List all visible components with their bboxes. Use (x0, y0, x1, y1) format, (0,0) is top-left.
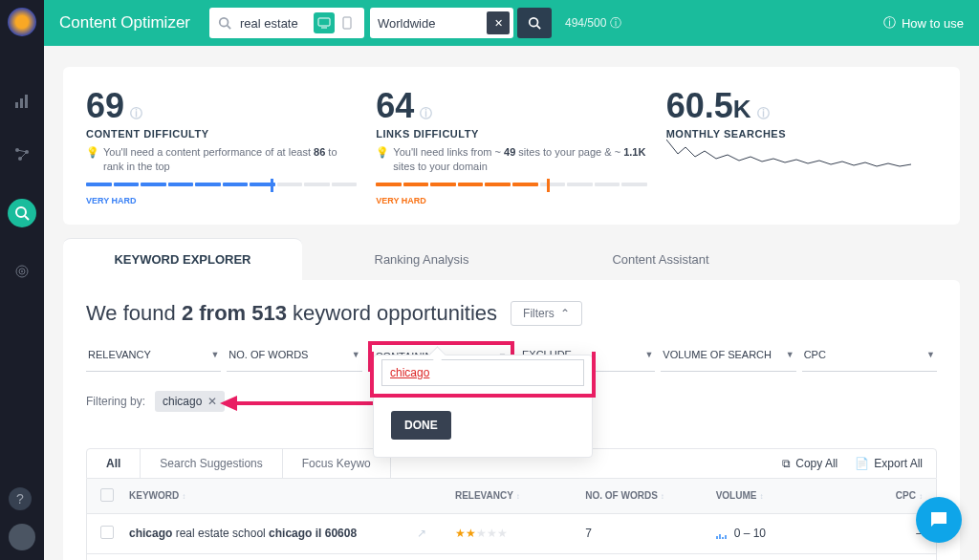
svg-rect-15 (318, 18, 330, 26)
filter-cpc[interactable]: CPC▼ (802, 341, 937, 372)
cell-words: 7 (585, 527, 715, 540)
select-all-checkbox[interactable] (100, 488, 114, 502)
help-icon[interactable]: ? (9, 487, 32, 510)
table-row[interactable]: chicago real estate school chicago il 60… (86, 514, 937, 554)
row-checkbox[interactable] (100, 526, 114, 539)
col-words[interactable]: NO. OF WORDS↕ (585, 490, 715, 501)
col-relevancy[interactable]: RELEVANCY↕ (455, 490, 585, 501)
svg-rect-0 (15, 102, 18, 108)
volume-sparkline (716, 528, 727, 539)
svg-line-7 (20, 152, 27, 159)
difficulty-level: VERY HARD (376, 196, 646, 205)
svg-line-14 (228, 26, 231, 30)
filter-words[interactable]: NO. OF WORDS▼ (227, 341, 361, 372)
chevron-down-icon: ▼ (786, 350, 794, 359)
subtab-suggestions[interactable]: Search Suggestions (141, 449, 282, 478)
progress-bar (86, 183, 357, 190)
svg-point-13 (220, 18, 228, 27)
results-summary: We found 2 from 513 keyword opportunitie… (86, 301, 497, 326)
svg-rect-2 (25, 95, 28, 108)
cell-volume: 0 – 10 (716, 527, 846, 540)
filter-chip[interactable]: chicago ✕ (155, 391, 225, 412)
table-header: KEYWORD↕ RELEVANCY↕ NO. OF WORDS↕ VOLUME… (86, 479, 937, 514)
metric-label: LINKS DIFFICULTY (376, 128, 646, 140)
device-desktop-button[interactable] (314, 12, 335, 33)
sort-icon: ↕ (661, 492, 664, 501)
bulb-icon: 💡 (86, 145, 99, 160)
tab-ranking-analysis[interactable]: Ranking Analysis (302, 238, 541, 280)
col-keyword[interactable]: KEYWORD↕ (129, 490, 455, 501)
info-icon: ⓘ (420, 105, 432, 122)
external-link-icon[interactable]: ↗ (417, 527, 426, 540)
keyword-input[interactable] (240, 8, 307, 38)
sort-icon: ↕ (759, 492, 763, 501)
table-row[interactable]: real estate school chicago↗ ★★★★★ 4 1.9K… (86, 554, 937, 560)
cell-keyword: chicago real estate school chicago il 60… (129, 527, 455, 540)
chat-widget-button[interactable] (916, 497, 962, 543)
filter-volume[interactable]: VOLUME OF SEARCH▼ (661, 341, 795, 372)
copy-all-button[interactable]: ⧉Copy All (782, 457, 838, 470)
nav-optimizer-icon[interactable] (8, 199, 36, 227)
info-icon: ⓘ (757, 105, 770, 122)
user-avatar[interactable] (9, 524, 35, 550)
chevron-down-icon: ▼ (352, 350, 360, 359)
metric-monthly-searches: 60.5Kⓘ MONTHLY SEARCHES (666, 86, 937, 205)
sparkline-chart (666, 130, 915, 178)
difficulty-level: VERY HARD (86, 196, 357, 205)
sort-icon: ↕ (919, 492, 923, 501)
metric-hint: 💡 You'll need a content performance of a… (86, 145, 357, 175)
svg-rect-17 (343, 17, 351, 29)
cell-cpc: – (846, 527, 923, 540)
info-icon: ⓘ (130, 105, 142, 122)
metrics-card: 69ⓘ CONTENT DIFFICULTY 💡 You'll need a c… (63, 67, 960, 225)
chevron-up-icon: ⌃ (560, 307, 570, 320)
metric-links-difficulty: 64ⓘ LINKS DIFFICULTY 💡 You'll need links… (376, 86, 646, 205)
app-logo[interactable] (8, 8, 36, 36)
filter-relevancy[interactable]: RELEVANCY▼ (86, 341, 221, 372)
remove-chip-icon[interactable]: ✕ (207, 395, 217, 408)
chevron-down-icon: ▼ (210, 350, 219, 359)
cell-relevancy: ★★★★★ (455, 527, 585, 540)
containing-input[interactable] (381, 359, 584, 386)
clear-location-button[interactable]: ✕ (487, 11, 510, 34)
metric-hint: 💡 You'll need links from ~ 49 sites to y… (376, 145, 646, 175)
tab-content-assistant[interactable]: Content Assistant (541, 238, 780, 280)
keyword-search-group (209, 8, 364, 38)
done-button[interactable]: DONE (391, 411, 451, 440)
device-mobile-button[interactable] (337, 12, 358, 33)
containing-filter-popover: DONE (373, 355, 593, 458)
svg-point-18 (530, 18, 538, 27)
filtering-label: Filtering by: (86, 395, 145, 408)
main-tabs: KEYWORD EXPLORER Ranking Analysis Conten… (63, 238, 960, 280)
nav-target-icon[interactable] (12, 262, 32, 281)
info-icon: ⓘ (883, 14, 896, 32)
chevron-down-icon: ▼ (644, 350, 653, 359)
nav-nodes-icon[interactable] (12, 145, 32, 164)
copy-icon: ⧉ (782, 457, 791, 470)
tab-keyword-explorer[interactable]: KEYWORD EXPLORER (63, 238, 302, 280)
metric-label: CONTENT DIFFICULTY (86, 128, 357, 140)
annotation-arrow (220, 389, 382, 418)
svg-point-12 (21, 270, 23, 272)
how-to-use-link[interactable]: ⓘ How to use (883, 14, 964, 32)
export-icon: 📄 (855, 457, 869, 470)
svg-point-8 (16, 207, 26, 217)
header: Content Optimizer ✕ 494/500 ⓘ (44, 0, 979, 46)
chevron-down-icon: ▼ (926, 350, 935, 359)
col-cpc[interactable]: CPC↕ (846, 490, 923, 501)
export-all-button[interactable]: 📄Export All (855, 457, 923, 470)
svg-line-9 (25, 216, 29, 220)
filters-toggle-button[interactable]: Filters ⌃ (511, 301, 582, 326)
search-icon (209, 16, 240, 30)
col-volume[interactable]: VOLUME↕ (716, 490, 846, 501)
subtab-all[interactable]: All (87, 449, 141, 478)
search-button[interactable] (517, 8, 552, 38)
sidebar: ? (0, 0, 44, 560)
sort-icon: ↕ (182, 492, 185, 501)
info-icon: ⓘ (610, 15, 621, 32)
nav-analytics-icon[interactable] (12, 92, 32, 111)
svg-line-19 (537, 26, 541, 30)
svg-rect-1 (20, 98, 23, 108)
sort-icon: ↕ (516, 492, 520, 501)
credits-counter: 494/500 ⓘ (565, 15, 621, 32)
